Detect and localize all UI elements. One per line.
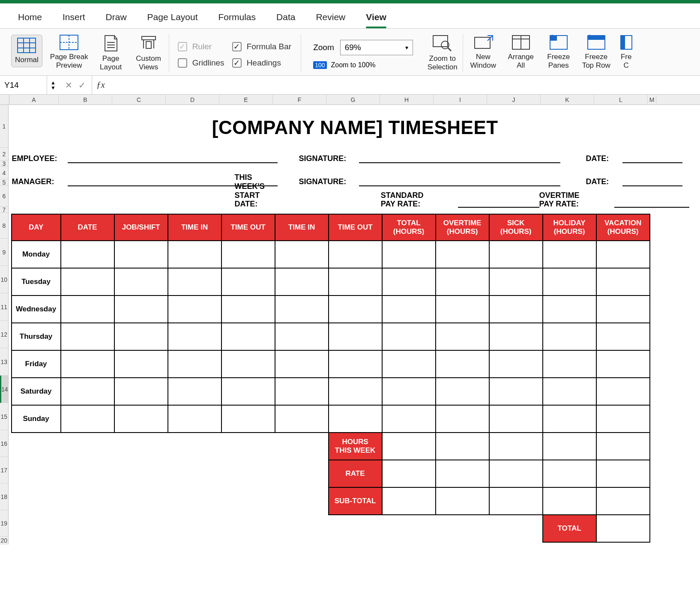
- cell[interactable]: [329, 323, 382, 350]
- zoom-to-selection-button[interactable]: Zoom to Selection: [428, 35, 458, 71]
- cell[interactable]: [382, 460, 436, 487]
- cell[interactable]: [168, 268, 221, 296]
- col-header-F[interactable]: F: [273, 95, 326, 104]
- cell[interactable]: [543, 378, 596, 405]
- cell[interactable]: [489, 487, 543, 515]
- row-header-17[interactable]: 17: [0, 457, 8, 484]
- cell[interactable]: [329, 405, 382, 433]
- new-window-button[interactable]: New Window: [468, 35, 498, 69]
- cell[interactable]: [436, 405, 489, 433]
- cell[interactable]: [221, 268, 275, 296]
- cell[interactable]: [436, 350, 489, 378]
- select-all-corner[interactable]: [0, 95, 9, 104]
- cell[interactable]: [114, 405, 168, 433]
- cell[interactable]: [61, 405, 114, 433]
- page-layout-button[interactable]: Page Layout: [96, 35, 126, 71]
- col-header-G[interactable]: G: [326, 95, 380, 104]
- cell[interactable]: [61, 350, 114, 378]
- cell[interactable]: [221, 241, 275, 268]
- cell[interactable]: [596, 350, 650, 378]
- row-header-8[interactable]: 8: [0, 213, 8, 239]
- column-headers[interactable]: ABCDEFGHIJKLM: [0, 95, 700, 105]
- cell[interactable]: [489, 268, 543, 296]
- cell[interactable]: [596, 515, 650, 542]
- cell[interactable]: [382, 433, 436, 460]
- tab-view[interactable]: View: [356, 8, 396, 27]
- table-row[interactable]: Wednesday: [12, 296, 650, 323]
- tab-data[interactable]: Data: [266, 8, 305, 27]
- freeze-first-column-button[interactable]: Fre C: [619, 35, 634, 69]
- cell[interactable]: [61, 296, 114, 323]
- cell[interactable]: [329, 241, 382, 268]
- table-row[interactable]: Sunday: [12, 405, 650, 433]
- cell[interactable]: [543, 323, 596, 350]
- cell[interactable]: [596, 460, 650, 487]
- cell[interactable]: [168, 350, 221, 378]
- cell[interactable]: [61, 378, 114, 405]
- cell[interactable]: [436, 241, 489, 268]
- cell[interactable]: [543, 241, 596, 268]
- cell[interactable]: [489, 241, 543, 268]
- row-header-16[interactable]: 16: [0, 430, 8, 457]
- row-header-1[interactable]: 1: [0, 105, 8, 148]
- cell[interactable]: [596, 487, 650, 515]
- cell[interactable]: [489, 460, 543, 487]
- cell[interactable]: [436, 323, 489, 350]
- row-header-12[interactable]: 12: [0, 321, 8, 348]
- cell[interactable]: [382, 296, 436, 323]
- row-header-7[interactable]: 7: [0, 207, 8, 213]
- cell[interactable]: [114, 241, 168, 268]
- table-row[interactable]: Tuesday: [12, 268, 650, 296]
- cell[interactable]: [543, 268, 596, 296]
- cell[interactable]: [543, 487, 596, 515]
- cell[interactable]: [489, 350, 543, 378]
- cell[interactable]: [275, 296, 329, 323]
- cell[interactable]: [382, 405, 436, 433]
- cell[interactable]: [543, 433, 596, 460]
- zoom-100-button[interactable]: 100Zoom to 100%: [313, 61, 413, 69]
- cell[interactable]: [489, 405, 543, 433]
- cell[interactable]: [436, 268, 489, 296]
- cell[interactable]: [329, 268, 382, 296]
- col-header-A[interactable]: A: [9, 95, 59, 104]
- cell[interactable]: [275, 378, 329, 405]
- row-header-18[interactable]: 18: [0, 484, 8, 510]
- tab-review[interactable]: Review: [305, 8, 356, 27]
- table-row[interactable]: Saturday: [12, 378, 650, 405]
- tab-page-layout[interactable]: Page Layout: [137, 8, 208, 27]
- cell[interactable]: [275, 241, 329, 268]
- row-header-20[interactable]: 20: [0, 537, 8, 544]
- enter-icon[interactable]: ✓: [78, 80, 86, 90]
- tab-formulas[interactable]: Formulas: [208, 8, 266, 27]
- cancel-icon[interactable]: ✕: [65, 80, 72, 90]
- cell[interactable]: [543, 350, 596, 378]
- cell[interactable]: [596, 241, 650, 268]
- col-header-B[interactable]: B: [59, 95, 112, 104]
- cell[interactable]: [275, 350, 329, 378]
- row-header-9[interactable]: 9: [0, 239, 8, 266]
- cell[interactable]: [489, 323, 543, 350]
- cell[interactable]: [168, 405, 221, 433]
- cell[interactable]: [168, 296, 221, 323]
- tab-insert[interactable]: Insert: [52, 8, 96, 27]
- row-header-4[interactable]: 4: [0, 167, 8, 179]
- formula-input[interactable]: [109, 76, 700, 94]
- cell[interactable]: [436, 487, 489, 515]
- worksheet[interactable]: [COMPANY NAME] TIMESHEET EMPLOYEE: SIGNA…: [9, 105, 700, 544]
- cell[interactable]: [543, 405, 596, 433]
- col-header-J[interactable]: J: [487, 95, 541, 104]
- fx-icon[interactable]: ƒx: [92, 80, 109, 90]
- arrange-all-button[interactable]: Arrange All: [506, 35, 536, 69]
- cell[interactable]: [275, 405, 329, 433]
- name-box-stepper[interactable]: ▲▼: [47, 80, 59, 90]
- cell[interactable]: [221, 323, 275, 350]
- col-header-I[interactable]: I: [434, 95, 487, 104]
- cell[interactable]: [275, 323, 329, 350]
- cell[interactable]: [596, 323, 650, 350]
- col-header-E[interactable]: E: [219, 95, 273, 104]
- cell[interactable]: [61, 268, 114, 296]
- col-header-H[interactable]: H: [380, 95, 434, 104]
- cell[interactable]: [596, 405, 650, 433]
- cell[interactable]: [436, 296, 489, 323]
- page-break-preview-button[interactable]: Page Break Preview: [50, 35, 88, 69]
